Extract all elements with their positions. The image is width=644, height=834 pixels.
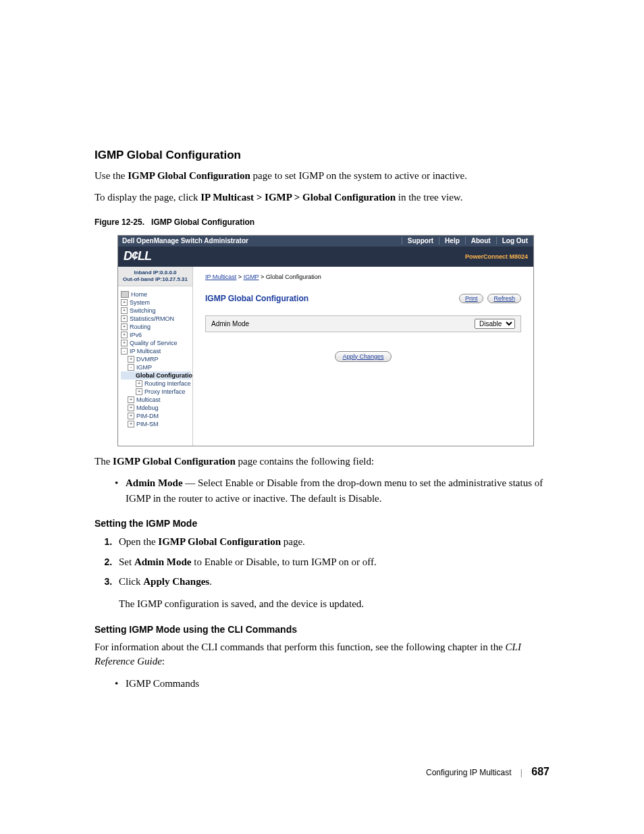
t: . (209, 576, 212, 587)
collapse-icon: - (128, 364, 134, 371)
after-fig-line: The IGMP Global Configuration page conta… (95, 454, 549, 469)
step-2: Set Admin Mode to Enable or Disable, to … (115, 554, 549, 570)
expand-icon: + (121, 323, 128, 330)
expand-icon: + (121, 299, 128, 306)
tree-mdebug[interactable]: +Mdebug (121, 404, 191, 412)
tree-multicast[interactable]: +Multicast (121, 396, 191, 404)
expand-icon: + (128, 421, 134, 427)
tree-qos[interactable]: +Quality of Service (121, 339, 191, 347)
link-help[interactable]: Help (439, 237, 465, 244)
t: Set (119, 556, 134, 567)
app-titlebar: Dell OpenManage Switch Administrator Sup… (118, 236, 533, 246)
expand-icon: + (128, 413, 134, 419)
page-footer: Configuring IP Multicast | 687 (95, 766, 549, 778)
admin-mode-label: Admin Mode (211, 320, 475, 328)
refresh-button[interactable]: Refresh (487, 294, 521, 303)
intro-1: Use the IGMP Global Configuration page t… (95, 169, 549, 184)
t: For information about the CLI commands t… (95, 642, 506, 652)
lbl: Home (131, 291, 147, 298)
t-bold: IGMP Global Configuration (158, 536, 281, 547)
section-title: IGMP Global Configuration (95, 149, 549, 162)
inband-ip: Inband IP:0.0.0.0 (119, 269, 191, 276)
bullet-lead: Admin Mode (126, 477, 183, 488)
tree-stats[interactable]: +Statistics/RMON (121, 315, 191, 323)
tree-pimdm[interactable]: +PIM-DM (121, 412, 191, 420)
panel-title: IGMP Global Configuration (205, 294, 455, 303)
intro-2: To display the page, click IP Multicast … (95, 190, 549, 205)
nav-tree: Home +System +Switching +Statistics/RMON… (118, 286, 192, 432)
ip-info: Inband IP:0.0.0.0 Out-of-band IP:10.27.5… (118, 267, 192, 287)
admin-mode-select[interactable]: Disable (475, 319, 515, 329)
lbl: Mdebug (136, 405, 159, 411)
figure-title: IGMP Global Configuration (151, 217, 254, 227)
link-support[interactable]: Support (402, 237, 439, 244)
expand-icon: + (136, 380, 142, 387)
lbl: PIM-DM (136, 413, 159, 419)
collapse-icon: - (121, 348, 128, 355)
home-icon (121, 291, 129, 298)
tree-routing-iface[interactable]: +Routing Interface (121, 380, 191, 388)
t: in the tree view. (396, 192, 462, 203)
expand-icon: + (128, 396, 134, 403)
tree-global-config[interactable]: Global Configuratio (121, 371, 191, 380)
lbl: DVMRP (136, 356, 159, 363)
expand-icon: + (121, 307, 128, 314)
lbl: IGMP (136, 364, 152, 371)
screenshot: Dell OpenManage Switch Administrator Sup… (117, 235, 534, 446)
crumb-ipm[interactable]: IP Multicast (205, 273, 236, 280)
lbl: Statistics/RMON (130, 315, 174, 322)
lbl: IPv6 (130, 332, 142, 338)
tree-system[interactable]: +System (121, 298, 191, 307)
sep: > (259, 273, 265, 280)
tree-proxy-iface[interactable]: +Proxy Interface (121, 388, 191, 396)
admin-mode-row: Admin Mode Disable (205, 315, 521, 332)
link-logout[interactable]: Log Out (496, 237, 533, 244)
model-label: PowerConnect M8024 (465, 253, 528, 260)
t: To display the page, click (95, 192, 200, 203)
t: : (162, 656, 165, 667)
lbl: Multicast (136, 396, 161, 403)
crumb-igmp[interactable]: IGMP (244, 273, 259, 280)
tree-switching[interactable]: +Switching (121, 307, 191, 315)
t: Open the (119, 536, 158, 547)
sidebar: Inband IP:0.0.0.0 Out-of-band IP:10.27.5… (118, 267, 193, 446)
step-1: Open the IGMP Global Configuration page. (115, 534, 549, 550)
t: page to set IGMP on the system to active… (250, 170, 467, 181)
tree-dvmrp[interactable]: +DVMRP (121, 355, 191, 363)
t-bold: IGMP Global Configuration (113, 456, 236, 467)
lbl: Routing (130, 323, 151, 330)
footer-section: Configuring IP Multicast (426, 768, 512, 777)
t: Use the (95, 170, 128, 181)
figure-number: Figure 12-25. (95, 217, 144, 227)
brand-bar: D¢LL PowerConnect M8024 (118, 246, 533, 267)
t-bold: Apply Changes (143, 576, 209, 587)
lbl: IP Multicast (130, 348, 161, 355)
lbl: PIM-SM (136, 421, 159, 427)
lbl: Global Configuratio (136, 372, 192, 379)
tree-ipv6[interactable]: +IPv6 (121, 331, 191, 339)
expand-icon: + (121, 315, 128, 322)
lbl: Routing Interface (144, 380, 191, 387)
tree-home[interactable]: Home (121, 290, 191, 298)
expand-icon: + (136, 388, 142, 395)
app-title: Dell OpenManage Switch Administrator (118, 237, 402, 244)
oob-ip: Out-of-band IP:10.27.5.31 (119, 276, 191, 283)
tree-routing[interactable]: +Routing (121, 323, 191, 331)
t: to Enable or Disable, to turn IGMP on or… (192, 556, 377, 567)
t-bold: IP Multicast > IGMP > Global Configurati… (200, 192, 396, 203)
tree-igmp[interactable]: -IGMP (121, 363, 191, 371)
step-3: Click Apply Changes. (115, 574, 549, 590)
bullet-rest: — Select Enable or Disable from the drop… (126, 477, 543, 504)
cli-bullet: IGMP Commands (115, 676, 549, 692)
lbl: Switching (130, 307, 156, 314)
link-about[interactable]: About (465, 237, 496, 244)
dell-logo: D¢LL (124, 249, 151, 263)
cli-body: For information about the CLI commands t… (95, 640, 549, 670)
tree-pimsm[interactable]: +PIM-SM (121, 420, 191, 428)
sep: > (236, 273, 243, 280)
lbl: Quality of Service (130, 340, 178, 346)
apply-changes-button[interactable]: Apply Changes (335, 351, 391, 362)
t-bold: Admin Mode (134, 556, 192, 567)
print-button[interactable]: Print (459, 294, 484, 303)
tree-ip-multicast[interactable]: -IP Multicast (121, 347, 191, 355)
